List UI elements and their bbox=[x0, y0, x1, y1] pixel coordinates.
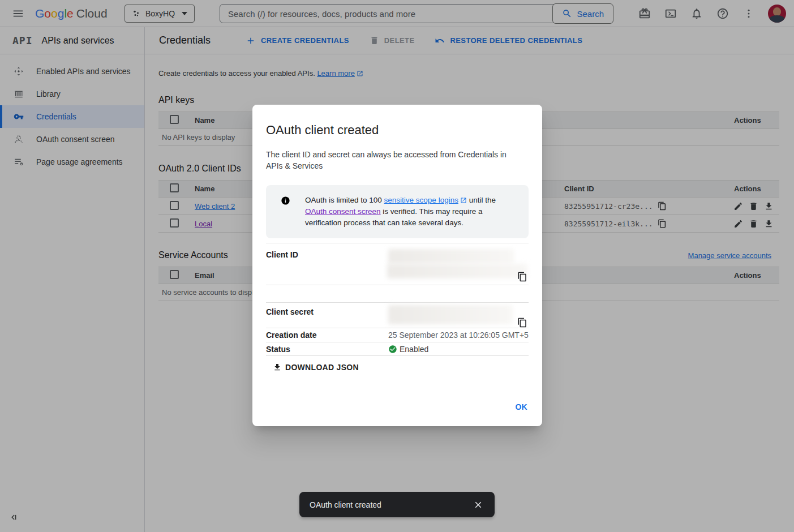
notice-link1-label: sensitive scope logins bbox=[384, 196, 458, 204]
oauth-client-created-dialog: OAuth client created The client ID and s… bbox=[252, 105, 542, 426]
status-label: Status bbox=[266, 345, 290, 354]
dialog-description: The client ID and secret can always be a… bbox=[266, 149, 522, 171]
download-icon bbox=[273, 363, 282, 372]
notice-part1: OAuth is limited to 100 bbox=[305, 196, 384, 204]
oauth-consent-screen-link[interactable]: OAuth consent screen bbox=[305, 207, 381, 216]
dialog-title: OAuth client created bbox=[266, 123, 529, 138]
copy-icon[interactable] bbox=[517, 272, 527, 282]
notice-part2: until the bbox=[467, 196, 496, 204]
client-id-redacted-value bbox=[387, 264, 527, 278]
snackbar: OAuth client created bbox=[299, 492, 495, 517]
ok-button[interactable]: OK bbox=[515, 402, 527, 411]
download-json-label: DOWNLOAD JSON bbox=[285, 363, 359, 372]
verification-notice: OAuth is limited to 100 sensitive scope … bbox=[266, 185, 529, 238]
creation-date-value: 25 September 2023 at 10:26:05 GMT+5 bbox=[388, 331, 529, 340]
check-circle-icon bbox=[388, 345, 397, 354]
notice-text: OAuth is limited to 100 sensitive scope … bbox=[305, 195, 518, 229]
google-cloud-console: Google Cloud BoxyHQ Search bbox=[0, 0, 794, 532]
status-value: Enabled bbox=[388, 345, 428, 354]
client-id-redacted-value bbox=[388, 249, 514, 264]
creation-date-label: Creation date bbox=[266, 331, 316, 340]
spacer-row bbox=[266, 285, 529, 302]
sensitive-scope-logins-link[interactable]: sensitive scope logins bbox=[384, 196, 458, 204]
download-json-button[interactable]: DOWNLOAD JSON bbox=[273, 363, 359, 372]
client-id-row: Client ID bbox=[266, 243, 529, 285]
info-icon bbox=[281, 196, 290, 205]
status-row: Status Enabled bbox=[266, 342, 529, 356]
notice-link2-label: OAuth consent screen bbox=[305, 207, 381, 216]
creation-date-row: Creation date 25 September 2023 at 10:26… bbox=[266, 328, 529, 342]
status-text: Enabled bbox=[400, 345, 428, 354]
client-secret-redacted-value bbox=[388, 305, 513, 324]
snackbar-message: OAuth client created bbox=[310, 500, 381, 509]
dialog-fields: Client ID Client secret Creation date 25… bbox=[266, 243, 529, 356]
client-secret-row: Client secret bbox=[266, 302, 529, 328]
external-link-icon bbox=[460, 197, 467, 204]
copy-icon[interactable] bbox=[517, 318, 527, 328]
close-icon[interactable] bbox=[473, 499, 484, 510]
